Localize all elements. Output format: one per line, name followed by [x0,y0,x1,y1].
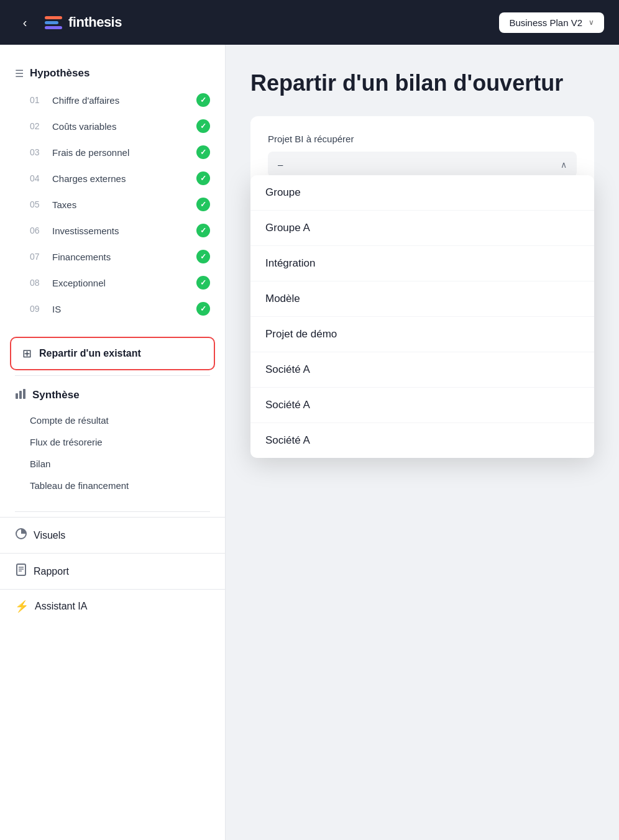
check-icon-07 [196,250,210,263]
item-number-03: 03 [30,147,45,157]
check-icon-08 [196,276,210,290]
sidebar-item-visuels[interactable]: Visuels [0,517,225,553]
hypotheses-section-header[interactable]: ☰ Hypothèses [0,60,225,87]
sidebar-item-assistant-ia[interactable]: ⚡ Assistant IA [0,589,225,623]
dropdown-item-groupe[interactable]: Groupe [250,175,594,211]
sidebar-item-07[interactable]: 07 Financements [0,244,225,270]
project-selector-chevron: ∨ [589,18,594,27]
check-icon-01 [196,93,210,107]
synthese-item-compte[interactable]: Compte de résultat [0,409,225,431]
logo-area: finthesis [45,14,489,30]
synthese-title: Synthèse [32,389,80,401]
assistant-ia-icon: ⚡ [15,600,29,613]
item-number-06: 06 [30,226,45,235]
visuels-label: Visuels [34,530,65,541]
sidebar-item-01[interactable]: 01 Chiffre d'affaires [0,87,225,113]
hypotheses-title: Hypothèses [30,67,89,80]
repartir-existant-icon: ⊞ [22,347,32,360]
item-label-02: Coûts variables [52,121,189,132]
main-content: Repartir d'un bilan d'ouvertur Projet BI… [226,45,619,840]
sidebar: ☰ Hypothèses 01 Chiffre d'affaires 02 Co… [0,45,226,840]
dropdown-item-societe-a-1[interactable]: Société A [250,352,594,388]
main-layout: ☰ Hypothèses 01 Chiffre d'affaires 02 Co… [0,45,619,840]
card-label: Projet BI à récupérer [268,134,577,144]
repartir-existant-item[interactable]: ⊞ Repartir d'un existant [10,337,215,370]
item-number-05: 05 [30,199,45,209]
dropdown-item-societe-a-3[interactable]: Société A [250,423,594,458]
item-label-07: Financements [52,252,189,262]
item-label-06: Investissements [52,226,189,236]
logo-icon [45,16,62,29]
synthese-icon [15,388,26,402]
item-number-04: 04 [30,173,45,183]
visuels-icon [15,527,27,543]
back-button[interactable]: ‹ [15,12,35,32]
check-icon-09 [196,302,210,316]
item-number-08: 08 [30,278,45,288]
check-icon-03 [196,145,210,159]
sidebar-item-05[interactable]: 05 Taxes [0,191,225,217]
svg-rect-4 [17,564,25,575]
synthese-item-tableau[interactable]: Tableau de financement [0,475,225,496]
sidebar-item-04[interactable]: 04 Charges externes [0,165,225,191]
check-icon-04 [196,171,210,185]
item-label-04: Charges externes [52,173,189,184]
item-label-03: Frais de personnel [52,147,189,158]
dropdown-item-societe-a-2[interactable]: Société A [250,388,594,423]
synthese-item-flux[interactable]: Flux de trésorerie [0,431,225,453]
item-number-02: 02 [30,121,45,131]
svg-rect-2 [23,389,25,399]
sidebar-item-06[interactable]: 06 Investissements [0,217,225,244]
item-label-05: Taxes [52,199,189,210]
sidebar-item-09[interactable]: 09 IS [0,296,225,322]
sidebar-item-03[interactable]: 03 Frais de personnel [0,139,225,165]
sidebar-item-08[interactable]: 08 Exceptionnel [0,270,225,296]
sidebar-section-hypotheses: ☰ Hypothèses 01 Chiffre d'affaires 02 Co… [0,60,225,332]
synthese-items: Compte de résultat Flux de trésorerie Bi… [0,409,225,501]
dropdown-item-projet-demo[interactable]: Projet de démo [250,317,594,352]
project-selector-label: Business Plan V2 [509,17,582,28]
hypotheses-icon: ☰ [15,68,24,80]
synthese-item-bilan[interactable]: Bilan [0,453,225,475]
project-dropdown: Groupe Groupe A Intégration Modèle Proje… [250,175,594,458]
item-number-01: 01 [30,95,45,105]
item-label-01: Chiffre d'affaires [52,95,189,106]
check-icon-06 [196,224,210,237]
svg-rect-1 [19,391,22,399]
project-bi-select[interactable]: – ∧ [268,152,577,177]
rapport-icon [15,564,27,579]
check-icon-02 [196,119,210,133]
logo-text: finthesis [68,14,122,30]
assistant-ia-label: Assistant IA [35,601,87,612]
page-title: Repartir d'un bilan d'ouvertur [250,70,594,96]
item-label-09: IS [52,304,189,314]
project-bi-card: Projet BI à récupérer – ∧ Groupe Groupe … [250,116,594,194]
svg-rect-0 [16,393,18,399]
top-header: ‹ finthesis Business Plan V2 ∨ [0,0,619,45]
sidebar-item-rapport[interactable]: Rapport [0,553,225,589]
project-selector-button[interactable]: Business Plan V2 ∨ [499,12,604,33]
hypotheses-items: 01 Chiffre d'affaires 02 Coûts variables… [0,87,225,327]
item-number-09: 09 [30,304,45,314]
dropdown-item-modele[interactable]: Modèle [250,281,594,317]
divider-2 [15,511,210,512]
item-number-07: 07 [30,252,45,262]
rapport-label: Rapport [34,566,69,577]
divider-1 [15,375,210,376]
synthese-section-header[interactable]: Synthèse [0,381,225,409]
dropdown-item-integration[interactable]: Intégration [250,246,594,281]
repartir-existant-label: Repartir d'un existant [39,348,141,359]
sidebar-item-02[interactable]: 02 Coûts variables [0,113,225,139]
select-value: – [278,159,283,170]
item-label-08: Exceptionnel [52,278,189,288]
chevron-up-icon: ∧ [561,160,567,170]
check-icon-05 [196,198,210,211]
dropdown-item-groupe-a[interactable]: Groupe A [250,211,594,246]
sidebar-section-synthese: Synthèse Compte de résultat Flux de trés… [0,381,225,506]
